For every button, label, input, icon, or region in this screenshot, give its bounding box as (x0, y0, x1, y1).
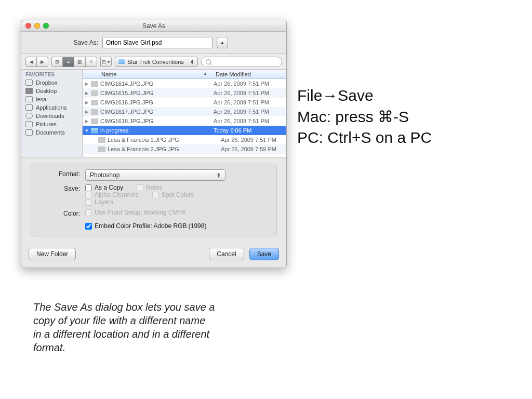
column-headers: Name▲ Date Modified (83, 70, 286, 79)
table-row[interactable]: ▶CIMG1616.JPG.JPGApr 26, 2009 7:51 PM (83, 98, 286, 107)
column-date[interactable]: Date Modified (212, 71, 286, 77)
titlebar: Save As (21, 20, 286, 32)
instruction-line-3: PC: Ctrl+S on a PC (297, 127, 432, 149)
file-date: Apr 26, 2009 7:51 PM (214, 81, 286, 87)
disclosure-icon: ▶ (83, 82, 91, 86)
location-label: Star Trek Conventions (127, 59, 184, 65)
sidebar-heading: FAVORITES (21, 70, 82, 78)
window-title: Save As (21, 22, 286, 30)
home-icon (25, 96, 33, 102)
instruction-text: File→Save Mac: press ⌘-S PC: Ctrl+S on a… (297, 85, 432, 149)
sidebar-item-home[interactable]: lesa (21, 95, 82, 103)
close-icon[interactable] (25, 23, 31, 29)
search-input[interactable] (201, 57, 282, 67)
sidebar-item-applications[interactable]: Applications (21, 103, 82, 112)
documents-icon (25, 129, 33, 136)
alpha-checkbox: Alpha Channels (85, 191, 139, 198)
as-copy-checkbox[interactable]: As a Copy (85, 184, 123, 191)
file-date: Today 6:06 PM (214, 127, 286, 134)
folder-icon (118, 59, 125, 64)
save-label: Save: (38, 184, 80, 192)
back-button[interactable]: ◀ (25, 57, 37, 67)
layers-checkbox: Layers (85, 198, 113, 206)
icon-view-button[interactable]: ⊞ (51, 57, 63, 67)
disclosure-icon: ▶ (83, 91, 91, 96)
format-select[interactable]: Photoshop ▲▼ (85, 169, 225, 181)
table-row[interactable]: ▶Lesa & Francois 2.JPG.JPGApr 26, 2009 7… (83, 144, 286, 154)
sidebar: FAVORITES Dropbox Desktop lesa Applicati… (21, 70, 83, 157)
column-view-button[interactable]: ▥ (74, 57, 86, 67)
list-view-button[interactable]: ≡ (63, 57, 74, 67)
file-name: Lesa & Francois 1.JPG.JPG (108, 137, 221, 143)
file-icon (91, 81, 98, 87)
proof-checkbox: Use Proof Setup: Working CMYK (85, 209, 269, 216)
file-date: Apr 26, 2009 7:51 PM (221, 137, 286, 143)
pictures-icon (25, 121, 33, 127)
disclosure-icon: ▶ (83, 119, 91, 124)
file-name: CIMG1614.JPG.JPG (100, 81, 214, 87)
file-icon (91, 100, 98, 105)
sidebar-item-pictures[interactable]: Pictures (21, 120, 82, 128)
updown-icon: ▲▼ (217, 172, 221, 178)
saveas-label: Save As: (31, 39, 98, 46)
sidebar-item-dropbox[interactable]: Dropbox (21, 78, 82, 87)
nav-buttons: ◀ ▶ (25, 57, 48, 67)
sidebar-item-downloads[interactable]: Downloads (21, 112, 82, 120)
caption-text: The Save As dialog box lets you save a c… (33, 300, 215, 354)
location-popup[interactable]: Star Trek Conventions ▲▼ (115, 57, 198, 67)
file-list: ▶CIMG1614.JPG.JPGApr 26, 2009 7:51 PM▶CI… (83, 79, 286, 157)
file-icon (98, 147, 105, 152)
sidebar-item-desktop[interactable]: Desktop (21, 87, 82, 95)
folder-icon (91, 128, 98, 134)
file-date: Apr 26, 2009 7:51 PM (214, 90, 286, 96)
file-name: Lesa & Francois 2.JPG.JPG (108, 146, 221, 152)
file-pane: Name▲ Date Modified ▶CIMG1614.JPG.JPGApr… (83, 70, 286, 157)
format-label: Format: (38, 169, 80, 178)
expand-toggle-button[interactable]: ▲ (217, 37, 228, 48)
table-row[interactable]: ▶CIMG1618.JPG.JPGApr 26, 2009 7:51 PM (83, 116, 286, 126)
view-buttons: ⊞ ≡ ▥ ⫴ (51, 57, 97, 67)
file-name: in progress (100, 127, 214, 134)
table-row[interactable]: ▶CIMG1617.JPG.JPGApr 26, 2009 7:51 PM (83, 107, 286, 116)
arrange-buttons: ⊟ ▾ (100, 57, 112, 67)
new-folder-button[interactable]: New Folder (29, 248, 76, 260)
minimize-icon[interactable] (34, 23, 40, 29)
disclosure-icon: ▶ (83, 110, 91, 114)
sort-asc-icon: ▲ (203, 71, 207, 76)
file-date: Apr 26, 2009 7:51 PM (214, 99, 286, 105)
dropbox-icon (25, 79, 33, 86)
file-icon (91, 109, 98, 115)
instruction-line-1: File→Save (297, 85, 432, 107)
file-name: CIMG1616.JPG.JPG (100, 99, 214, 105)
disclosure-icon: ▶ (83, 100, 91, 105)
disclosure-icon: ▼ (83, 128, 91, 133)
coverflow-view-button[interactable]: ⫴ (86, 57, 97, 67)
table-row[interactable]: ▼in progressToday 6:06 PM (83, 126, 286, 135)
table-row[interactable]: ▶CIMG1615.JPG.JPGApr 26, 2009 7:51 PM (83, 88, 286, 98)
file-date: Apr 26, 2009 7:51 PM (214, 118, 286, 124)
desktop-icon (25, 88, 33, 94)
forward-button[interactable]: ▶ (37, 57, 48, 67)
filename-input[interactable] (102, 37, 212, 48)
file-date: Apr 26, 2009 7:51 PM (214, 109, 286, 115)
sidebar-item-documents[interactable]: Documents (21, 128, 82, 137)
format-value: Photoshop (90, 171, 119, 179)
embed-profile-checkbox[interactable]: Embed Color Profile: Adobe RGB (1998) (85, 222, 269, 230)
table-row[interactable]: ▶CIMG1614.JPG.JPGApr 26, 2009 7:51 PM (83, 79, 286, 88)
column-name[interactable]: Name▲ (83, 71, 212, 77)
file-name: CIMG1615.JPG.JPG (100, 90, 214, 96)
save-button[interactable]: Save (249, 248, 279, 260)
cancel-button[interactable]: Cancel (209, 248, 244, 260)
notes-checkbox: Notes (137, 184, 162, 191)
table-row[interactable]: ▶Lesa & Francois 1.JPG.JPGApr 26, 2009 7… (83, 135, 286, 144)
zoom-icon[interactable] (43, 23, 49, 29)
arrange-button[interactable]: ⊟ ▾ (100, 57, 112, 67)
file-icon (91, 90, 98, 96)
file-icon (98, 137, 105, 143)
file-icon (91, 118, 98, 124)
color-label: Color: (38, 209, 80, 217)
downloads-icon (25, 113, 33, 119)
updown-icon: ▲▼ (190, 59, 194, 64)
spot-checkbox: Spot Colors (152, 191, 194, 198)
search-icon (206, 59, 211, 64)
